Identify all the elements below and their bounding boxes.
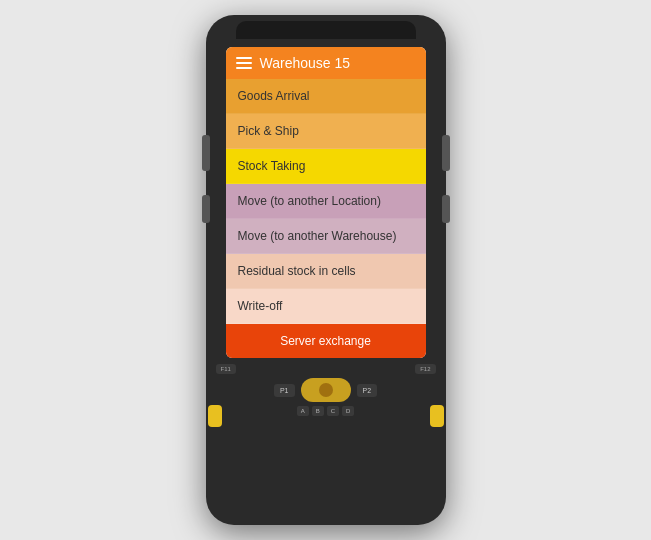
menu-list: Goods ArrivalPick & ShipStock TakingMove… xyxy=(226,79,426,324)
key-c[interactable]: C xyxy=(327,406,339,416)
side-button-left-bottom[interactable] xyxy=(202,195,210,223)
app-title: Warehouse 15 xyxy=(260,55,351,71)
hamburger-menu-icon[interactable] xyxy=(236,57,252,69)
side-button-left-top[interactable] xyxy=(202,135,210,171)
nav-cluster: P1 P2 xyxy=(274,378,377,402)
menu-item-stock-taking[interactable]: Stock Taking xyxy=(226,149,426,184)
key-d[interactable]: D xyxy=(342,406,354,416)
dpad-center xyxy=(319,383,333,397)
menu-item-move-warehouse[interactable]: Move (to another Warehouse) xyxy=(226,219,426,254)
p1-key[interactable]: P1 xyxy=(274,384,295,397)
dpad[interactable] xyxy=(301,378,351,402)
p2-key[interactable]: P2 xyxy=(357,384,378,397)
device-top-bumper xyxy=(236,21,416,39)
f11-key[interactable]: F11 xyxy=(216,364,236,374)
f12-key[interactable]: F12 xyxy=(415,364,435,374)
side-button-right-bottom[interactable] xyxy=(442,195,450,223)
screen-wrapper: Warehouse 15 Goods ArrivalPick & ShipSto… xyxy=(226,47,426,358)
app-screen: Warehouse 15 Goods ArrivalPick & ShipSto… xyxy=(226,47,426,358)
key-a[interactable]: A xyxy=(297,406,309,416)
function-key-row: F11 F12 xyxy=(216,364,436,374)
alpha-key-row: A B C D xyxy=(297,406,355,416)
server-exchange-button[interactable]: Server exchange xyxy=(226,324,426,358)
app-header: Warehouse 15 xyxy=(226,47,426,79)
device-bottom-controls: F11 F12 P1 P2 A B C D xyxy=(206,358,446,525)
handheld-device: Warehouse 15 Goods ArrivalPick & ShipSto… xyxy=(206,15,446,525)
yellow-trigger-left[interactable] xyxy=(208,405,222,427)
key-b[interactable]: B xyxy=(312,406,324,416)
menu-item-residual-stock[interactable]: Residual stock in cells xyxy=(226,254,426,289)
menu-item-write-off[interactable]: Write-off xyxy=(226,289,426,324)
menu-item-pick-ship[interactable]: Pick & Ship xyxy=(226,114,426,149)
yellow-trigger-right[interactable] xyxy=(430,405,444,427)
menu-item-move-location[interactable]: Move (to another Location) xyxy=(226,184,426,219)
menu-item-goods-arrival[interactable]: Goods Arrival xyxy=(226,79,426,114)
side-button-right-top[interactable] xyxy=(442,135,450,171)
